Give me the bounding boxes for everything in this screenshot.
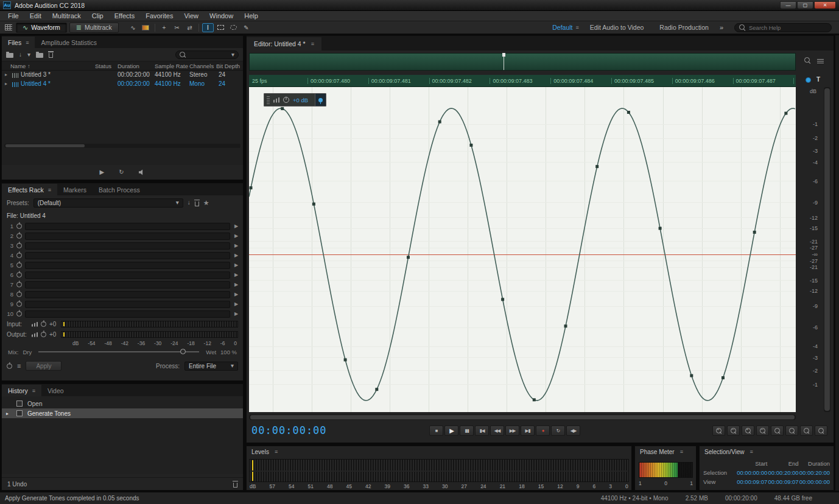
power-icon[interactable] bbox=[16, 311, 22, 317]
sample-point[interactable] bbox=[344, 359, 347, 362]
app-right-scrollbar[interactable] bbox=[835, 35, 839, 491]
scrollbar-thumb[interactable] bbox=[824, 88, 830, 411]
sample-point[interactable] bbox=[250, 186, 253, 189]
slot-menu-icon[interactable]: ▶ bbox=[233, 292, 239, 297]
waveform-view-button[interactable]: ∿Waveform bbox=[16, 23, 67, 33]
hud-gain-knob[interactable] bbox=[283, 97, 289, 103]
menu-multitrack[interactable]: Multitrack bbox=[47, 11, 86, 21]
zoom-navigator[interactable] bbox=[249, 53, 796, 71]
panel-menu-icon[interactable]: ≡ bbox=[275, 449, 278, 455]
sample-point[interactable] bbox=[407, 256, 410, 259]
sample-point[interactable] bbox=[721, 376, 725, 379]
effect-slot[interactable]: 3▶ bbox=[5, 241, 239, 250]
menu-window[interactable]: Window bbox=[204, 11, 239, 21]
panel-menu-icon[interactable]: ≡ bbox=[26, 40, 29, 46]
slip-tool-icon[interactable]: ⇄ bbox=[184, 23, 195, 32]
power-icon[interactable] bbox=[16, 282, 22, 287]
go-to-end-button[interactable]: ▶▮ bbox=[521, 425, 535, 436]
tab-effects-rack[interactable]: Effects Rack≡ bbox=[2, 184, 57, 195]
effect-slot-field[interactable] bbox=[25, 262, 230, 269]
favorite-star-icon[interactable]: ★ bbox=[203, 200, 209, 206]
effect-slot[interactable]: 7▶ bbox=[5, 280, 239, 289]
workspace-edit-audio-to-video[interactable]: Edit Audio to Video bbox=[590, 24, 644, 31]
zoom-out-time-button[interactable]: − bbox=[727, 425, 740, 436]
scrollbar-thumb[interactable] bbox=[250, 415, 795, 419]
files-search-box[interactable]: ▾ bbox=[175, 51, 239, 59]
sample-point[interactable] bbox=[533, 398, 536, 401]
effect-slot[interactable]: 10▶ bbox=[5, 309, 239, 318]
workspace-radio-production[interactable]: Radio Production bbox=[659, 24, 709, 31]
editor-tab[interactable]: Editor: Untitled 4 * ≡ bbox=[247, 37, 321, 51]
loop-playback-button[interactable]: ↻ bbox=[119, 169, 124, 175]
rack-power-icon[interactable] bbox=[7, 363, 12, 369]
tab-markers[interactable]: Markers bbox=[57, 184, 93, 195]
history-item[interactable]: Open bbox=[2, 399, 243, 408]
snapping-toggle-icon[interactable] bbox=[806, 77, 811, 83]
horizontal-scrollbar[interactable] bbox=[249, 415, 796, 420]
effect-slot[interactable]: 8▶ bbox=[5, 290, 239, 299]
preset-select[interactable]: (Default) ▾ bbox=[33, 198, 183, 208]
marquee-selection-tool-icon[interactable] bbox=[215, 23, 226, 32]
slot-menu-icon[interactable]: ▶ bbox=[233, 282, 239, 287]
workspace-selector[interactable]: Default ≡ bbox=[552, 24, 579, 31]
column-name[interactable]: Name ↑ bbox=[10, 63, 30, 69]
tab-amplitude-statistics[interactable]: Amplitude Statistics bbox=[35, 37, 103, 48]
panel-menu-icon[interactable]: ≡ bbox=[32, 388, 35, 394]
slot-menu-icon[interactable]: ▶ bbox=[233, 311, 239, 317]
workspace-grid-icon[interactable] bbox=[5, 24, 12, 30]
minimize-button[interactable]: — bbox=[780, 1, 796, 9]
trash-icon[interactable] bbox=[49, 53, 53, 58]
process-select[interactable]: Entire File ▾ bbox=[184, 362, 238, 371]
effect-slot-field[interactable] bbox=[25, 301, 230, 308]
stop-button[interactable]: ■ bbox=[429, 425, 443, 436]
waveform-display-toggle-icon[interactable]: ∿ bbox=[127, 23, 139, 32]
column-duration[interactable]: Duration bbox=[118, 63, 139, 69]
tab-history[interactable]: History≡ bbox=[2, 385, 41, 396]
apply-button[interactable]: Apply bbox=[26, 361, 61, 371]
phase-header[interactable]: Phase Meter ≡ bbox=[635, 446, 696, 457]
new-folder-icon[interactable] bbox=[36, 53, 43, 58]
effect-slot[interactable]: 5▶ bbox=[5, 261, 239, 270]
effect-slot-field[interactable] bbox=[25, 291, 230, 298]
slot-menu-icon[interactable]: ▶ bbox=[233, 301, 239, 307]
effect-slot[interactable]: 9▶ bbox=[5, 299, 239, 309]
power-icon[interactable] bbox=[16, 253, 22, 258]
effect-slot[interactable]: 2▶ bbox=[5, 231, 239, 240]
delete-preset-icon[interactable] bbox=[195, 201, 199, 206]
power-icon[interactable] bbox=[16, 262, 22, 268]
zoom-to-selection-button[interactable] bbox=[800, 425, 813, 436]
column-channels[interactable]: Channels bbox=[189, 63, 214, 69]
move-tool-icon[interactable]: + bbox=[158, 23, 170, 32]
files-horizontal-scrollbar[interactable] bbox=[4, 144, 240, 148]
waveform-canvas[interactable] bbox=[249, 87, 796, 412]
tab-video[interactable]: Video bbox=[41, 385, 70, 396]
speaker-icon[interactable] bbox=[139, 169, 146, 175]
sample-point[interactable] bbox=[312, 203, 315, 206]
workspace-overflow-icon[interactable]: » bbox=[720, 24, 723, 31]
power-icon[interactable] bbox=[16, 292, 22, 297]
effect-slot[interactable]: 4▶ bbox=[5, 251, 239, 260]
power-icon[interactable] bbox=[16, 243, 22, 248]
paintbrush-tool-icon[interactable]: ✎ bbox=[240, 23, 252, 32]
panel-menu-icon[interactable]: ≡ bbox=[311, 41, 314, 47]
menu-help[interactable]: Help bbox=[239, 11, 264, 21]
zoom-to-out-point-button[interactable] bbox=[785, 425, 798, 436]
pause-button[interactable]: ▮▮ bbox=[460, 425, 474, 436]
menu-file[interactable]: File bbox=[2, 11, 24, 21]
mix-slider[interactable] bbox=[38, 351, 199, 352]
slot-menu-icon[interactable]: ▶ bbox=[233, 243, 239, 248]
record-button[interactable]: ● bbox=[536, 425, 550, 436]
play-button[interactable]: ▶ bbox=[444, 425, 458, 436]
zoom-in-amplitude-button[interactable]: + bbox=[742, 425, 754, 436]
rewind-button[interactable]: ◀◀ bbox=[490, 425, 504, 436]
effect-slot-field[interactable] bbox=[25, 223, 230, 230]
slot-menu-icon[interactable]: ▶ bbox=[233, 272, 239, 278]
slot-menu-icon[interactable]: ▶ bbox=[233, 262, 239, 268]
zoom-out-amplitude-button[interactable]: − bbox=[756, 425, 769, 436]
panel-menu-icon[interactable]: ≡ bbox=[680, 449, 683, 455]
history-item[interactable]: Generate Tones bbox=[2, 408, 243, 418]
time-selection-tool-icon[interactable]: I bbox=[202, 23, 214, 32]
effect-slot-field[interactable] bbox=[25, 271, 230, 279]
power-icon[interactable] bbox=[16, 233, 22, 239]
panel-menu-icon[interactable]: ≡ bbox=[48, 187, 51, 193]
